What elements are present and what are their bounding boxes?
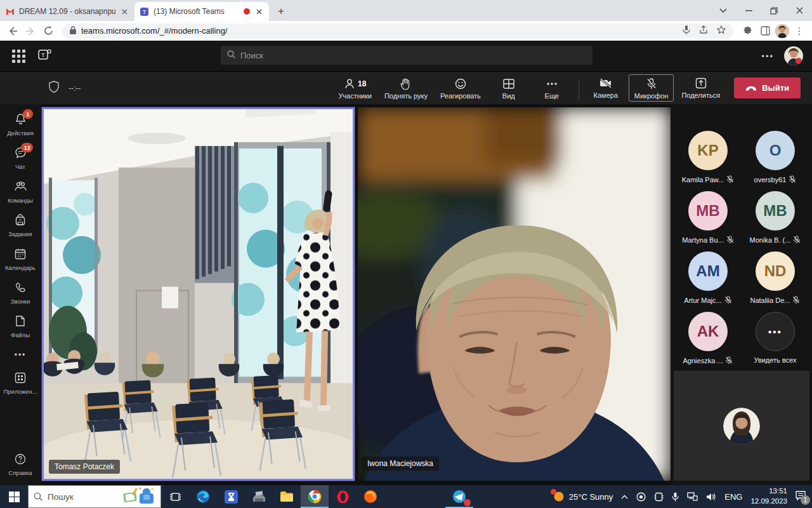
avatar: AM	[688, 251, 728, 291]
mic-button[interactable]: Микрофон	[629, 74, 674, 102]
sidebar-item-assignments[interactable]: Задания	[0, 209, 41, 243]
participant-name: Agnieszka ...	[683, 357, 723, 364]
sidebar-item-calendar[interactable]: Календарь	[0, 243, 41, 276]
sidebar-label: Команды	[8, 197, 33, 204]
participant-cell[interactable]: MB Monika B. (...	[743, 191, 807, 244]
minimize-icon[interactable]	[736, 0, 761, 21]
participants-label: Участники	[338, 92, 372, 100]
search-placeholder: Пошук	[48, 492, 74, 502]
more-button[interactable]: Еще	[532, 75, 572, 101]
see-all-cell[interactable]: ••• Увидеть всех	[743, 312, 807, 364]
video-tile-iwona[interactable]: Iwona Maciejowska	[358, 107, 671, 481]
sidebar-more-icon[interactable]: •••	[15, 344, 27, 366]
time-text: 13:51	[750, 486, 787, 497]
raise-hand-button[interactable]: Поднять руку	[379, 75, 433, 101]
tray-chevron-icon[interactable]	[621, 495, 628, 499]
participant-cell[interactable]: O oversby61	[743, 131, 807, 184]
close-tab-icon[interactable]	[254, 6, 264, 17]
sidebar-label: Задания	[8, 231, 32, 237]
teams-people-icon	[14, 181, 27, 195]
file-icon	[15, 315, 25, 330]
file-explorer-icon[interactable]	[273, 485, 301, 508]
react-button[interactable]: Реагировать	[435, 75, 486, 101]
weather-text: 25°C Sunny	[569, 492, 613, 502]
sidebar-label: Чат	[15, 163, 25, 170]
bookmark-star-icon[interactable]	[717, 25, 726, 37]
hourglass-app-icon[interactable]	[217, 485, 245, 508]
sidebar-item-activity[interactable]: 1 Действия	[0, 108, 41, 142]
share-page-icon[interactable]	[699, 25, 708, 37]
telegram-icon[interactable]	[445, 485, 473, 508]
printer-app-icon[interactable]	[245, 485, 273, 508]
sidebar-item-calls[interactable]: Звонки	[0, 276, 41, 310]
header-more-icon[interactable]: •••	[761, 51, 774, 61]
teams-logo-icon: T	[38, 48, 52, 64]
telegram-badge	[464, 499, 471, 506]
participant-cell[interactable]: AK Agnieszka ...	[676, 312, 740, 364]
edge-icon[interactable]	[189, 485, 217, 508]
close-window-icon[interactable]	[787, 0, 812, 21]
weather-widget[interactable]: 25°C Sunny	[553, 491, 613, 502]
phone-icon	[15, 282, 26, 296]
back-icon[interactable]	[5, 23, 20, 39]
participant-cell[interactable]: AM Artur Majc...	[676, 251, 740, 304]
close-tab-icon[interactable]	[119, 6, 129, 17]
forward-icon[interactable]	[23, 23, 38, 39]
address-bar[interactable]: teams.microsoft.com/_#/modern-calling/	[62, 23, 733, 39]
task-view-button[interactable]	[161, 485, 189, 508]
see-all-icon: •••	[756, 312, 795, 351]
taskbar-search-input[interactable]: Пошук	[28, 485, 161, 508]
start-button[interactable]	[0, 485, 28, 508]
volume-tray-icon[interactable]	[706, 493, 716, 501]
language-indicator[interactable]: ENG	[724, 492, 742, 502]
participant-name-tag: Iwona Maciejowska	[362, 457, 439, 471]
reload-icon[interactable]	[41, 23, 56, 39]
browser-menu-icon[interactable]: ⋮	[792, 23, 807, 39]
sidebar-label: Действия	[7, 130, 34, 137]
extensions-icon[interactable]	[740, 23, 755, 39]
firefox-icon[interactable]	[357, 485, 384, 508]
tab-teams[interactable]: T (13) Microsoft Teams	[134, 2, 269, 21]
self-view-tile[interactable]	[674, 371, 809, 481]
app-launcher-icon[interactable]	[9, 46, 28, 65]
taskbar-clock[interactable]: 13:51 12.09.2023	[750, 486, 787, 506]
mic-muted-icon	[789, 175, 796, 184]
side-panel-icon[interactable]	[757, 23, 773, 39]
participant-cell[interactable]: KP Kamila Paw...	[676, 131, 740, 184]
camera-button[interactable]: Камера	[586, 74, 626, 100]
voice-search-icon[interactable]	[683, 25, 690, 37]
self-avatar	[723, 408, 760, 444]
tab-search-icon[interactable]	[710, 0, 736, 21]
opera-icon[interactable]	[329, 485, 357, 508]
raise-hand-label: Поднять руку	[384, 92, 428, 100]
mic-tray-icon[interactable]	[672, 492, 679, 502]
participant-cell[interactable]: MB Martyna Bu...	[676, 191, 740, 244]
new-tab-button[interactable]: +	[273, 3, 289, 20]
share-button[interactable]: Поделиться	[676, 74, 725, 100]
view-button[interactable]: Вид	[488, 75, 529, 101]
participants-button[interactable]: 18 Участники	[333, 75, 377, 101]
tab-gmail[interactable]: DREAM 12.09 - oksanapnpu@gm	[0, 2, 134, 21]
network-tray-icon[interactable]	[687, 492, 698, 501]
sidebar-item-teams[interactable]: Команды	[0, 175, 41, 209]
sidebar-item-apps[interactable]: Приложен...	[0, 366, 41, 400]
restore-icon[interactable]	[761, 0, 787, 21]
tab-title: DREAM 12.09 - oksanapnpu@gm	[19, 7, 115, 16]
participant-name: Martyna Bu...	[682, 236, 723, 244]
search-input[interactable]: Поиск	[221, 46, 593, 65]
video-tile-tomasz[interactable]: Tomasz Potaczek	[42, 107, 355, 481]
sidebar-item-chat[interactable]: 12 Чат	[0, 142, 41, 175]
sidebar-item-files[interactable]: Файлы	[0, 310, 41, 344]
notification-center-icon[interactable]: 1	[796, 491, 806, 502]
browser-profile-avatar[interactable]	[775, 24, 789, 38]
user-avatar[interactable]	[784, 46, 803, 65]
participant-cell[interactable]: ND Nataliia De...	[743, 251, 807, 304]
record-tray-icon[interactable]	[636, 492, 646, 502]
cast-tray-icon[interactable]	[654, 492, 664, 502]
sidebar-item-help[interactable]: Справка	[0, 448, 41, 481]
chrome-icon[interactable]	[301, 485, 329, 508]
leave-button[interactable]: Выйти	[734, 77, 801, 98]
participant-name-tag: Tomasz Potaczek	[49, 460, 120, 474]
sidebar-label: Файлы	[11, 331, 30, 338]
participants-count: 18	[358, 79, 366, 88]
